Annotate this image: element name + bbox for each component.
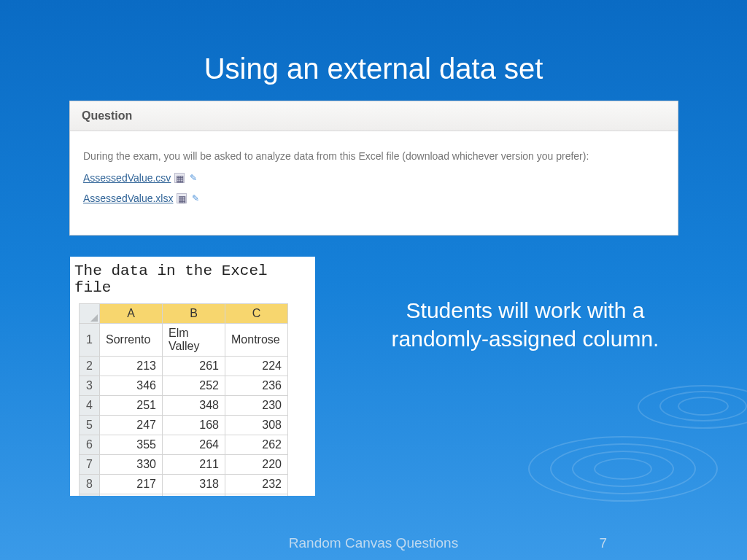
cell: 230 [225,396,288,416]
row-header: 8 [80,475,100,494]
cell: 257 [163,494,225,497]
cell: 252 [163,376,225,396]
row-header: 1 [80,324,100,357]
cell: Montrose [225,324,288,357]
cell: Elm Valley [163,324,225,357]
cell: 217 [100,475,163,494]
footer: Random Canvas Questions 7 [0,528,747,560]
cell: 348 [163,396,225,416]
cell: 232 [225,475,288,494]
cell: 236 [225,376,288,396]
cell: 247 [100,416,163,435]
cell: 168 [163,416,225,435]
table-corner [80,304,100,324]
footer-title: Random Canvas Questions [0,535,747,551]
edit-icon[interactable]: ✎ [188,173,198,183]
excel-table: A B C 1 Sorrento Elm Valley Montrose 2 2… [79,303,288,496]
cell: 346 [100,376,163,396]
excel-preview: The data in the Excel file A B C 1 Sorre… [70,257,315,496]
file-link-csv[interactable]: AssessedValue.csv [83,172,171,184]
cell: 262 [225,435,288,455]
row-header: 4 [80,396,100,416]
file-link-row: AssessedValue.xlsx ▦ ✎ [83,192,665,204]
cell: 251 [100,396,163,416]
col-header: C [225,304,288,324]
cell: 321 [100,494,163,497]
file-icon: ▦ [177,193,187,203]
slide-title: Using an external data set [0,52,747,85]
cell: 318 [163,475,225,494]
question-header: Question [70,101,678,131]
footer-page: 7 [599,535,607,551]
question-body: During the exam, you will be asked to an… [70,131,678,223]
question-prompt: During the exam, you will be asked to an… [83,150,665,162]
cell: 224 [225,357,288,376]
row-header: 5 [80,416,100,435]
cell: 330 [100,455,163,475]
file-link-xlsx[interactable]: AssessedValue.xlsx [83,192,173,204]
cell: 241 [225,494,288,497]
cell: 261 [163,357,225,376]
file-link-row: AssessedValue.csv ▦ ✎ [83,172,665,184]
col-header: A [100,304,163,324]
file-icon: ▦ [174,173,185,183]
cell: 308 [225,416,288,435]
cell: Sorrento [100,324,163,357]
col-header: B [163,304,225,324]
row-header: 7 [80,455,100,475]
row-header: 9 [80,494,100,497]
cell: 264 [163,435,225,455]
excel-caption: The data in the Excel file [70,257,315,303]
cell: 220 [225,455,288,475]
row-header: 3 [80,376,100,396]
cell: 355 [100,435,163,455]
body-text: Students will work with a randomly-assig… [357,296,693,353]
row-header: 6 [80,435,100,455]
edit-icon[interactable]: ✎ [190,193,201,203]
row-header: 2 [80,357,100,376]
cell: 211 [163,455,225,475]
cell: 213 [100,357,163,376]
question-panel: Question During the exam, you will be as… [69,101,678,236]
